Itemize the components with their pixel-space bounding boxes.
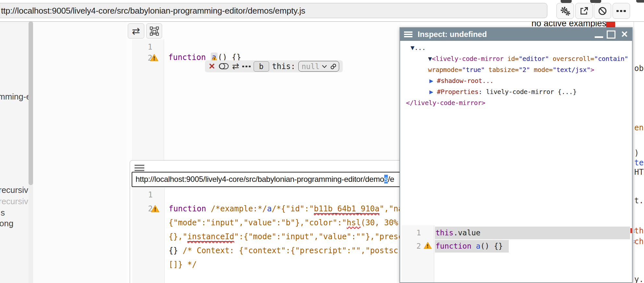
code-line[interactable]: function a() {}	[435, 241, 503, 251]
clipped-text: ong	[0, 218, 13, 229]
lively4-desktop: ttp://localhost:9005/lively4-core/src/ba…	[0, 0, 644, 283]
open-external-button[interactable]	[575, 3, 593, 19]
inspector-title-bar[interactable]: Inspect: undefined ✕	[400, 28, 632, 41]
select-bounds-button[interactable]	[146, 23, 162, 39]
clipped-text: mming-e	[0, 92, 29, 102]
ellipsis-icon	[616, 9, 626, 13]
clipped-text: ) {	[634, 148, 644, 158]
browser-top-bar: ttp://localhost:9005/lively4-core/src/ba…	[0, 0, 644, 22]
warning-icon	[423, 242, 432, 249]
swap-button[interactable]: ⇄	[128, 23, 144, 39]
clipped-text: HTM	[634, 168, 644, 177]
example-probe-widget: ✕ ⇄ b this: null	[205, 60, 343, 72]
swap-arrows-icon: ⇄	[132, 25, 140, 37]
dom-tree-node[interactable]: ▼<lively-code-mirror id="editor" overscr…	[428, 54, 628, 63]
code-line[interactable]: this.value	[435, 228, 480, 238]
line-number: 1	[140, 190, 153, 200]
inspector-window: Inspect: undefined ✕ ▼... ▼<lively-code-…	[400, 27, 633, 283]
dom-tree-node[interactable]: ▶ #shadow-root...	[429, 77, 494, 85]
this-value-dropdown[interactable]: null	[298, 61, 339, 72]
line-number: 1	[407, 228, 421, 238]
window-control-partial-icon	[590, 0, 601, 3]
code-line[interactable]: function /*example:*/a/*{"id":"b11b_64b1…	[169, 204, 422, 214]
swap-arrows-icon[interactable]: ⇄	[232, 61, 239, 71]
ban-icon	[598, 6, 607, 16]
scrollbar-annotation	[630, 228, 632, 233]
clipped-mark: :	[633, 238, 636, 244]
url-text: /e	[388, 175, 394, 183]
maximize-icon[interactable]	[607, 30, 615, 39]
this-label: this:	[272, 62, 295, 71]
remove-example-button[interactable]: ✕	[209, 62, 215, 71]
external-link-icon	[579, 6, 589, 16]
clipped-text: y.c	[634, 275, 644, 283]
code-line[interactable]: {"mode":"input","value":"b"},"color":"hs…	[169, 218, 422, 228]
line-number: 1	[139, 42, 152, 52]
clipped-text: s	[1, 208, 5, 218]
clipped-text: recursive	[0, 196, 29, 206]
clipped-mark: :	[633, 228, 636, 234]
window-control-partial-icon	[561, 0, 572, 3]
left-clipped-panel: mming-e recursive recursive s ong	[0, 21, 29, 283]
example-name-button[interactable]: b	[254, 61, 269, 72]
disable-button[interactable]	[594, 3, 611, 19]
clipped-text: ent	[634, 123, 644, 132]
dom-tree-node[interactable]: ▼...	[411, 43, 426, 52]
clipped-text: obs	[634, 64, 644, 73]
scrollbar-thumb[interactable]	[29, 21, 33, 185]
window-title: Inspect: undefined	[418, 30, 595, 39]
chevron-down-icon	[322, 65, 327, 68]
code-line[interactable]: []} */	[169, 260, 197, 269]
link-icon[interactable]	[329, 63, 337, 70]
right-clipped-panel: obs ent ) { ter HTM t.i th ch y.c : :	[633, 21, 644, 283]
dropdown-value: null	[302, 62, 319, 71]
frame-select-icon	[150, 27, 159, 36]
main-url-input[interactable]: ttp://localhost:9005/lively4-core/src/ba…	[0, 3, 547, 18]
gears-icon	[560, 6, 571, 16]
clipped-text: t.i	[634, 196, 644, 205]
dom-tree-node[interactable]: </lively-code-mirror>	[406, 99, 485, 107]
url-selection: s	[384, 175, 388, 183]
url-text: http://localhost:9005/lively4-core/src/b…	[136, 175, 384, 183]
line-number-gutter	[132, 188, 165, 283]
more-options-button[interactable]	[613, 3, 630, 19]
code-line[interactable]: {} /* Context: {"context":{"prescript":"…	[169, 246, 422, 255]
dom-tree-node[interactable]: ▶ #Properties: lively-code-mirror {...}	[429, 88, 577, 96]
vertical-scrollbar[interactable]	[29, 21, 33, 283]
warning-icon	[151, 205, 160, 212]
dom-tree-node[interactable]: wrapmode="true" tabsize="2" mode="text/j…	[428, 65, 594, 74]
clipped-text: ter	[634, 158, 644, 167]
toggle-icon[interactable]	[218, 62, 229, 70]
more-icon[interactable]	[242, 65, 251, 68]
menu-hamburger-icon[interactable]	[135, 163, 144, 172]
line-number: 2	[407, 241, 421, 251]
empty-panel	[33, 21, 127, 283]
clipped-text: recursive	[0, 185, 29, 195]
close-icon[interactable]: ✕	[621, 30, 628, 39]
window-control-partial-icon	[636, 0, 644, 3]
window-menu-icon[interactable]	[404, 30, 412, 39]
warning-icon	[150, 54, 159, 61]
code-line[interactable]: {},"instanceId":{"mode":"input","value":…	[169, 232, 422, 242]
minimize-icon[interactable]	[595, 36, 603, 38]
settings-button[interactable]	[556, 3, 574, 19]
